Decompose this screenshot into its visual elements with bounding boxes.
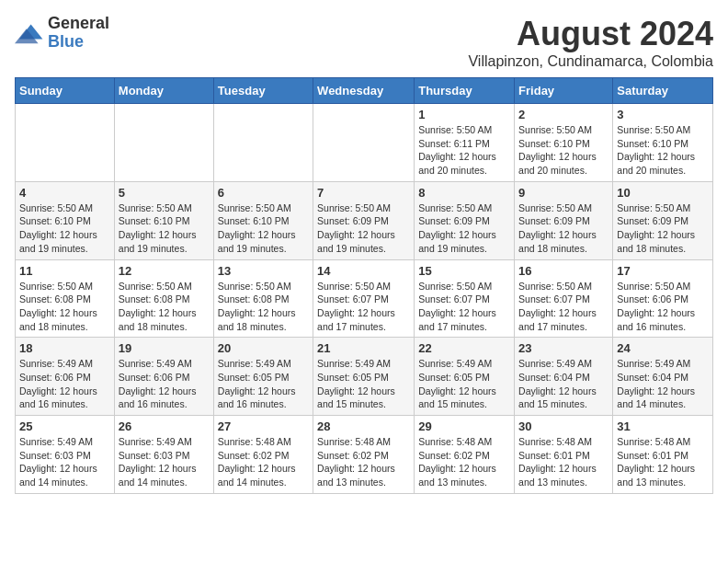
calendar-cell: 31Sunrise: 5:48 AM Sunset: 6:01 PM Dayli…: [613, 416, 713, 494]
day-detail: Sunrise: 5:50 AM Sunset: 6:10 PM Dayligh…: [617, 123, 709, 178]
weekday-header-sunday: Sunday: [16, 78, 115, 104]
day-number: 21: [317, 341, 410, 355]
calendar-cell: 30Sunrise: 5:48 AM Sunset: 6:01 PM Dayli…: [515, 416, 613, 494]
calendar-cell: 28Sunrise: 5:48 AM Sunset: 6:02 PM Dayli…: [313, 416, 415, 494]
calendar-cell: 7Sunrise: 5:50 AM Sunset: 6:09 PM Daylig…: [313, 181, 415, 259]
day-number: 11: [19, 264, 110, 278]
day-detail: Sunrise: 5:50 AM Sunset: 6:09 PM Dayligh…: [418, 201, 510, 256]
day-number: 6: [218, 186, 309, 200]
day-detail: Sunrise: 5:50 AM Sunset: 6:08 PM Dayligh…: [218, 280, 309, 334]
day-detail: Sunrise: 5:49 AM Sunset: 6:05 PM Dayligh…: [418, 357, 510, 411]
day-detail: Sunrise: 5:50 AM Sunset: 6:09 PM Dayligh…: [518, 201, 609, 256]
day-number: 15: [418, 264, 510, 278]
calendar-cell: 14Sunrise: 5:50 AM Sunset: 6:07 PM Dayli…: [313, 259, 415, 338]
month-year-title: August 2024: [468, 15, 713, 53]
calendar-cell: 10Sunrise: 5:50 AM Sunset: 6:09 PM Dayli…: [613, 181, 713, 259]
day-detail: Sunrise: 5:50 AM Sunset: 6:06 PM Dayligh…: [617, 280, 709, 334]
calendar-cell: 9Sunrise: 5:50 AM Sunset: 6:09 PM Daylig…: [515, 181, 613, 259]
day-detail: Sunrise: 5:50 AM Sunset: 6:08 PM Dayligh…: [19, 280, 110, 334]
calendar-cell: 22Sunrise: 5:49 AM Sunset: 6:05 PM Dayli…: [415, 338, 515, 416]
calendar-cell: 16Sunrise: 5:50 AM Sunset: 6:07 PM Dayli…: [515, 259, 613, 338]
day-number: 1: [418, 108, 510, 121]
logo-text: General Blue: [48, 15, 109, 52]
calendar-cell: 3Sunrise: 5:50 AM Sunset: 6:10 PM Daylig…: [613, 104, 713, 182]
day-number: 13: [218, 264, 309, 278]
title-block: August 2024 Villapinzon, Cundinamarca, C…: [468, 15, 713, 70]
calendar-cell: 11Sunrise: 5:50 AM Sunset: 6:08 PM Dayli…: [16, 259, 115, 338]
weekday-header-saturday: Saturday: [613, 78, 713, 104]
logo-general: General: [48, 15, 109, 33]
day-detail: Sunrise: 5:50 AM Sunset: 6:10 PM Dayligh…: [119, 201, 210, 256]
day-detail: Sunrise: 5:50 AM Sunset: 6:09 PM Dayligh…: [617, 201, 709, 256]
calendar-cell: 1Sunrise: 5:50 AM Sunset: 6:11 PM Daylig…: [415, 104, 515, 182]
calendar-cell: 4Sunrise: 5:50 AM Sunset: 6:10 PM Daylig…: [16, 181, 115, 259]
day-detail: Sunrise: 5:50 AM Sunset: 6:07 PM Dayligh…: [317, 280, 410, 334]
day-number: 16: [518, 264, 609, 278]
location-subtitle: Villapinzon, Cundinamarca, Colombia: [468, 53, 713, 70]
day-detail: Sunrise: 5:50 AM Sunset: 6:07 PM Dayligh…: [518, 280, 609, 334]
day-detail: Sunrise: 5:48 AM Sunset: 6:01 PM Dayligh…: [617, 435, 709, 489]
calendar-cell: 23Sunrise: 5:49 AM Sunset: 6:04 PM Dayli…: [515, 338, 613, 416]
day-detail: Sunrise: 5:49 AM Sunset: 6:05 PM Dayligh…: [218, 357, 309, 411]
day-detail: Sunrise: 5:50 AM Sunset: 6:10 PM Dayligh…: [19, 201, 110, 256]
day-number: 26: [119, 419, 210, 433]
day-detail: Sunrise: 5:50 AM Sunset: 6:07 PM Dayligh…: [418, 280, 510, 334]
calendar-cell: [114, 104, 213, 182]
day-detail: Sunrise: 5:50 AM Sunset: 6:08 PM Dayligh…: [119, 280, 210, 334]
calendar-cell: 5Sunrise: 5:50 AM Sunset: 6:10 PM Daylig…: [114, 181, 213, 259]
weekday-header-wednesday: Wednesday: [313, 78, 415, 104]
day-number: 8: [418, 186, 510, 200]
calendar-week-row: 11Sunrise: 5:50 AM Sunset: 6:08 PM Dayli…: [16, 259, 713, 338]
day-number: 22: [418, 341, 510, 355]
day-detail: Sunrise: 5:50 AM Sunset: 6:09 PM Dayligh…: [317, 201, 410, 256]
day-detail: Sunrise: 5:50 AM Sunset: 6:11 PM Dayligh…: [418, 123, 510, 178]
day-number: 25: [19, 419, 110, 433]
day-detail: Sunrise: 5:48 AM Sunset: 6:02 PM Dayligh…: [317, 435, 410, 489]
logo: General Blue: [15, 15, 109, 52]
page-header: General Blue August 2024 Villapinzon, Cu…: [15, 15, 713, 70]
day-detail: Sunrise: 5:49 AM Sunset: 6:04 PM Dayligh…: [617, 357, 709, 411]
day-number: 9: [518, 186, 609, 200]
day-number: 17: [617, 264, 709, 278]
day-number: 29: [418, 419, 510, 433]
logo-blue: Blue: [48, 33, 109, 52]
calendar-table: SundayMondayTuesdayWednesdayThursdayFrid…: [15, 77, 713, 494]
calendar-cell: 21Sunrise: 5:49 AM Sunset: 6:05 PM Dayli…: [313, 338, 415, 416]
calendar-cell: 26Sunrise: 5:49 AM Sunset: 6:03 PM Dayli…: [114, 416, 213, 494]
day-number: 30: [518, 419, 609, 433]
day-detail: Sunrise: 5:49 AM Sunset: 6:03 PM Dayligh…: [119, 435, 210, 489]
calendar-week-row: 25Sunrise: 5:49 AM Sunset: 6:03 PM Dayli…: [16, 416, 713, 494]
day-number: 3: [617, 108, 709, 121]
calendar-cell: [213, 104, 313, 182]
day-detail: Sunrise: 5:49 AM Sunset: 6:05 PM Dayligh…: [317, 357, 410, 411]
day-detail: Sunrise: 5:50 AM Sunset: 6:10 PM Dayligh…: [518, 123, 609, 178]
logo-icon: [15, 18, 44, 48]
day-number: 24: [617, 341, 709, 355]
calendar-cell: [16, 104, 115, 182]
day-number: 10: [617, 186, 709, 200]
weekday-header-friday: Friday: [515, 78, 613, 104]
calendar-cell: 20Sunrise: 5:49 AM Sunset: 6:05 PM Dayli…: [213, 338, 313, 416]
day-detail: Sunrise: 5:49 AM Sunset: 6:06 PM Dayligh…: [119, 357, 210, 411]
calendar-cell: 13Sunrise: 5:50 AM Sunset: 6:08 PM Dayli…: [213, 259, 313, 338]
day-number: 4: [19, 186, 110, 200]
day-detail: Sunrise: 5:50 AM Sunset: 6:10 PM Dayligh…: [218, 201, 309, 256]
day-number: 12: [119, 264, 210, 278]
calendar-cell: 12Sunrise: 5:50 AM Sunset: 6:08 PM Dayli…: [114, 259, 213, 338]
calendar-week-row: 1Sunrise: 5:50 AM Sunset: 6:11 PM Daylig…: [16, 104, 713, 182]
day-number: 27: [218, 419, 309, 433]
day-detail: Sunrise: 5:48 AM Sunset: 6:02 PM Dayligh…: [218, 435, 309, 489]
day-number: 2: [518, 108, 609, 121]
day-number: 5: [119, 186, 210, 200]
weekday-header-thursday: Thursday: [415, 78, 515, 104]
calendar-cell: 8Sunrise: 5:50 AM Sunset: 6:09 PM Daylig…: [415, 181, 515, 259]
day-number: 20: [218, 341, 309, 355]
day-number: 14: [317, 264, 410, 278]
day-detail: Sunrise: 5:49 AM Sunset: 6:04 PM Dayligh…: [518, 357, 609, 411]
day-detail: Sunrise: 5:49 AM Sunset: 6:03 PM Dayligh…: [19, 435, 110, 489]
calendar-cell: 2Sunrise: 5:50 AM Sunset: 6:10 PM Daylig…: [515, 104, 613, 182]
day-number: 19: [119, 341, 210, 355]
calendar-week-row: 4Sunrise: 5:50 AM Sunset: 6:10 PM Daylig…: [16, 181, 713, 259]
calendar-cell: 25Sunrise: 5:49 AM Sunset: 6:03 PM Dayli…: [16, 416, 115, 494]
weekday-header-row: SundayMondayTuesdayWednesdayThursdayFrid…: [16, 78, 713, 104]
